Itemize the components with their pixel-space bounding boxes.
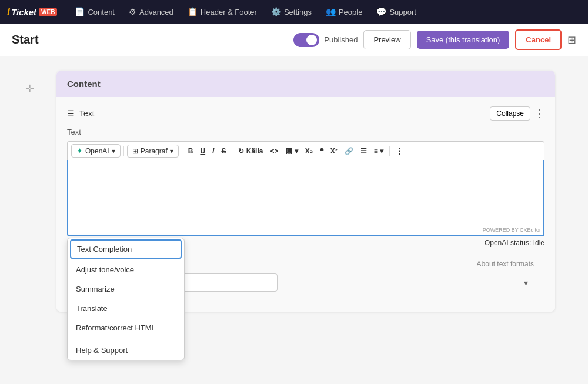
preview-button[interactable]: Preview: [363, 30, 410, 49]
openai-icon: ✦: [76, 146, 83, 155]
strikethrough-button[interactable]: S: [218, 145, 229, 157]
dropdown-item-reformat[interactable]: Reformat/correct HTML: [68, 318, 184, 338]
nav-content[interactable]: 📄 Content: [69, 0, 121, 24]
page-header: Start Published Preview Save (this trans…: [0, 24, 588, 56]
source-button[interactable]: ↻ Källa: [235, 145, 266, 157]
nav-support[interactable]: 💬 Support: [370, 0, 422, 24]
superscript-button[interactable]: X²: [328, 145, 340, 157]
logo[interactable]: i Ticket WEB: [7, 6, 57, 18]
indent-button[interactable]: ≡ ▾: [371, 145, 386, 157]
list-button[interactable]: ☰: [358, 145, 370, 157]
source-icon: ↻: [238, 147, 244, 155]
dropdown-item-summarize[interactable]: Summarize: [68, 279, 184, 299]
about-text-formats-link[interactable]: About text formats: [477, 260, 534, 268]
underline-button[interactable]: U: [197, 145, 208, 157]
toolbar-separator-4: [389, 146, 390, 156]
bold-button[interactable]: B: [185, 145, 196, 157]
collapse-button[interactable]: Collapse: [490, 106, 530, 121]
paragraph-chevron-icon: ▾: [170, 147, 173, 155]
more-options-button[interactable]: ⋮: [534, 107, 544, 120]
content-card-header: Content: [56, 71, 555, 97]
text-block-actions: Collapse ⋮: [490, 106, 544, 121]
code-button[interactable]: <>: [267, 145, 281, 157]
left-sidebar: ✛: [12, 71, 47, 370]
header-actions: Published Preview Save (this translation…: [293, 29, 576, 50]
dropdown-item-help[interactable]: Help & Support: [68, 340, 184, 360]
people-icon: 👥: [326, 7, 336, 16]
support-icon: 💬: [376, 7, 386, 16]
italic-button[interactable]: I: [209, 145, 217, 157]
format-icon: ⊞: [132, 147, 138, 155]
published-label: Published: [324, 35, 358, 44]
dropdown-item-translate[interactable]: Translate: [68, 299, 184, 318]
text-block-icon: ☰: [67, 109, 75, 118]
toolbar-more-button[interactable]: ⋮: [393, 145, 406, 157]
cancel-button[interactable]: Cancel: [515, 29, 562, 50]
nav-advanced[interactable]: ⚙ Advanced: [123, 0, 179, 24]
blockquote-button[interactable]: ❝: [317, 145, 326, 157]
openai-label: OpenAI: [85, 147, 109, 155]
dropdown-item-adjust-tone[interactable]: Adjust tone/voice: [68, 260, 184, 279]
editor-toolbar: ✦ OpenAI ▾ ⊞ Paragraf ▾ B: [67, 141, 544, 160]
published-toggle-wrap: Published: [293, 33, 358, 47]
format-select-arrow-icon: ▾: [524, 278, 528, 288]
text-block-title: ☰ Text: [67, 109, 95, 118]
text-field-label: Text: [67, 128, 544, 136]
dropdown-item-text-completion[interactable]: Text Completion: [70, 239, 182, 259]
content-area: Content ☰ Text Collapse ⋮ Text: [56, 71, 555, 370]
openai-dropdown-menu: Text Completion Adjust tone/voice Summar…: [67, 238, 185, 360]
content-card: Content ☰ Text Collapse ⋮ Text: [56, 71, 555, 312]
content-icon: 📄: [75, 7, 85, 16]
header-footer-icon: 📋: [188, 7, 198, 16]
top-navigation: i Ticket WEB 📄 Content ⚙ Advanced 📋 Head…: [0, 0, 588, 24]
toolbar-wrap: ✦ OpenAI ▾ ⊞ Paragraf ▾ B: [67, 141, 544, 236]
editor-area[interactable]: POWERED BY CKEditor: [67, 160, 544, 236]
subscript-button[interactable]: X₂: [302, 145, 316, 157]
drag-handle[interactable]: ✛: [25, 82, 34, 95]
toolbar-separator-2: [182, 146, 182, 156]
paragraph-dropdown[interactable]: ⊞ Paragraf ▾: [127, 145, 179, 158]
page-title: Start: [12, 33, 39, 46]
main-content: ✛ Content ☰ Text Collapse ⋮: [0, 56, 588, 384]
editor-content[interactable]: [68, 160, 543, 231]
sidebar-toggle-button[interactable]: ⊞: [567, 34, 576, 46]
link-button[interactable]: 🔗: [342, 145, 356, 157]
toolbar-separator: [123, 146, 124, 156]
nav-header-footer[interactable]: 📋 Header & Footer: [182, 0, 263, 24]
published-toggle[interactable]: [293, 33, 319, 47]
chevron-down-icon: ▾: [112, 147, 115, 155]
dropdown-divider: [68, 339, 184, 339]
text-block-header: ☰ Text Collapse ⋮: [67, 106, 544, 121]
toolbar-separator-3: [232, 146, 232, 156]
text-block: ☰ Text Collapse ⋮ Text ✦ Open: [56, 97, 555, 312]
right-gutter: [564, 71, 576, 370]
ckeditor-badge: POWERED BY CKEditor: [483, 227, 541, 233]
image-button[interactable]: 🖼 ▾: [282, 145, 300, 157]
openai-dropdown-trigger[interactable]: ✦ OpenAI ▾: [71, 144, 121, 158]
nav-people[interactable]: 👥 People: [320, 0, 368, 24]
advanced-icon: ⚙: [129, 7, 136, 16]
settings-icon: ⚙️: [271, 7, 281, 16]
save-button[interactable]: Save (this translation): [417, 31, 510, 49]
nav-settings[interactable]: ⚙️ Settings: [265, 0, 318, 24]
